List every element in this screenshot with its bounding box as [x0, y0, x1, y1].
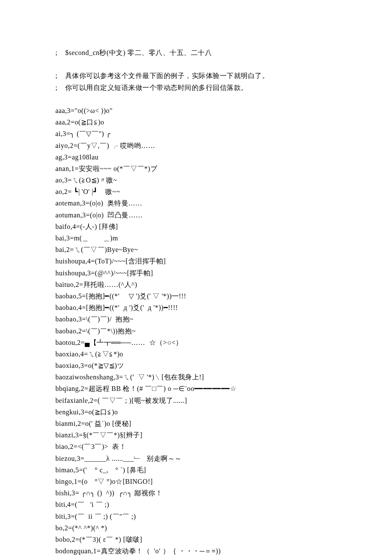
text-line: bimao,5=(' ° c_, ° `) [鼻毛] — [55, 464, 337, 476]
text-line: bianzi,3=§(*￣▽￣*)§[辫子] — [55, 429, 337, 441]
text-line: huishoupa,4=(ToT)/~~~[含泪挥手帕] — [55, 255, 337, 267]
text-line: baobao,4=[抱抱]━((*′ д ')爻(' д '*))━!!!! — [55, 302, 337, 313]
text-line: anan,1=安安啦~~~ o(*￣▽￣*)ブ — [55, 163, 337, 174]
text-line: baozaiwoshenshang,3=ㄟ(' ▽ '*)﹨[包在我身上!] — [55, 371, 337, 383]
text-line: ao,2= ┗| 'O' |┛ 嗷~~ — [55, 186, 337, 197]
text-line: huishoupa,3=(@^^)/~~~[挥手帕] — [55, 267, 337, 279]
text-line: baotou,2=▄【┻┳══──…… ☆（>○<） — [55, 337, 337, 348]
text-line: ag,3=ag108lau — [55, 151, 337, 163]
blank-line — [55, 93, 337, 105]
text-line: ; 你可以用自定义短语来做一个带动态时间的多行回信落款。 — [55, 82, 337, 93]
text-line: baifo,4=(-人-) [拜佛] — [55, 221, 337, 232]
text-line: biti,3=(￣ ii ￣ ;) (￣"￣ ;) — [55, 511, 337, 522]
text-line: bai,3=m(＿ ＿)m — [55, 232, 337, 244]
text-line: bishi,3= ╭∩╮ () ^)) ╭∩╮ 鄙视你！ — [55, 487, 337, 499]
text-line: baoxiao,4=ㄟ(≧▽≦*)o — [55, 348, 337, 360]
text-line: ; $second_cn秒(中文) 零二、零八、十五、二十八 — [55, 47, 337, 58]
text-line: bodongquan,1=真空波动拳！（ 'o′ ）｛ ・・・─＝≡)) — [55, 545, 337, 555]
text-line: bo,2=(*^ ^*)(^ *) — [55, 522, 337, 534]
text-line: aiyo,2=(￣y▽,￣) ╭ 哎哟哟…… — [55, 140, 337, 151]
text-line: biti,4=(￣ 'i ￣ ;) — [55, 499, 337, 510]
text-line: baobao,3=\(￣)￣)/ 抱抱~ — [55, 313, 337, 325]
text-line: bengkui,3=o(≧口≦)o — [55, 406, 337, 418]
text-line: aaa,3="o((>ω< ))o" — [55, 105, 337, 116]
text-line: ; 具体你可以参考这个文件最下面的例子，实际体验一下就明白了。 — [55, 70, 337, 81]
text-line: biao,2=<(￣3￣)> 表！ — [55, 441, 337, 452]
text-line: aotuman,3=(o|o) 凹凸曼…… — [55, 209, 337, 221]
text-line: ai,3=╮ (￣▽￣") ╭ — [55, 128, 337, 139]
text-line: bingo,1=(o °▽ °)o☆[BINGO!] — [55, 476, 337, 487]
blank-line — [55, 58, 337, 70]
text-line: baobao,2=\(￣)￣*\))抱抱~ — [55, 325, 337, 337]
text-line: baoxiao,3=o(*≧▽≦)ツ — [55, 360, 337, 371]
text-line: bianmi,2=o(' 益`)o [便秘] — [55, 418, 337, 429]
text-line: baobao,5=[抱抱]━((*′ ▽ ')爻(' ▽ '*))━!!! — [55, 290, 337, 302]
text-line: aoteman,3=(o|o) 奥特曼…… — [55, 197, 337, 209]
text-line: baituo,2=拜托啦……(^人^) — [55, 279, 337, 290]
text-line: bobo,2=(*￣3)( ε￣ *) [啵啵] — [55, 534, 337, 545]
text-line: beifaxianle,2=( ￣▽￣ ; )[呃~被发现了......] — [55, 395, 337, 406]
text-line: bbqiang,2=超远程 BB 枪！(# ￣□￣) o ─∈¨oo━━━━━━… — [55, 383, 337, 394]
text-line: aaa,2=o(≧口≦)o — [55, 116, 337, 128]
text-line: bai,2=ㄟ(￣▽￣)Bye~Bye~ — [55, 244, 337, 255]
text-line: ao,3=ㄟ(≧O≦)〃嗷~ — [55, 174, 337, 186]
text-line: biezou,3=______λ ......___﹂ 别走啊～～ — [55, 453, 337, 464]
